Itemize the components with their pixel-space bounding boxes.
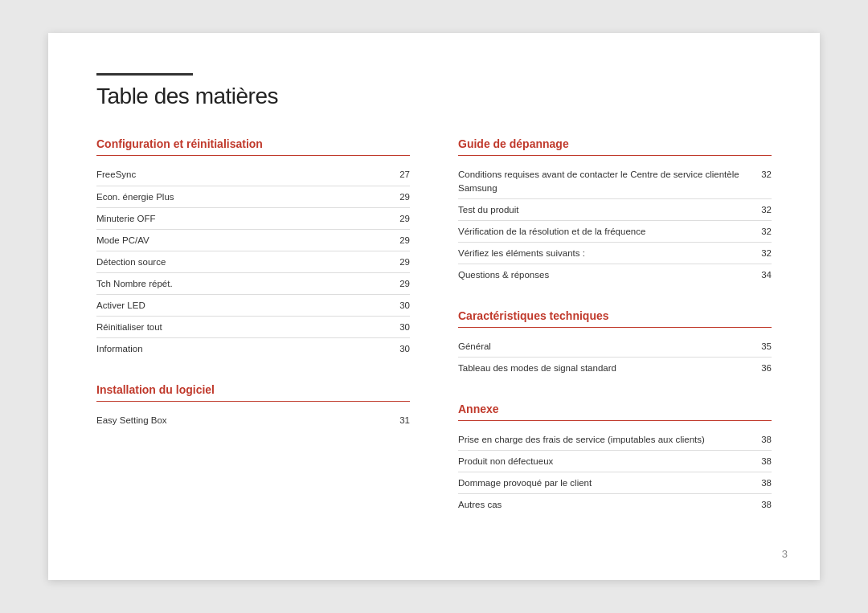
- title-container: Table des matières: [96, 73, 772, 109]
- section-title-depannage: Guide de dépannage: [458, 137, 772, 156]
- section-techniques: Caractéristiques techniquesGénéral35Tabl…: [458, 309, 772, 378]
- toc-item-page: 27: [350, 164, 411, 186]
- toc-item-label: Questions & réponses: [458, 264, 753, 285]
- toc-item-page: 29: [350, 251, 411, 272]
- column-left: Configuration et réinitialisationFreeSyn…: [96, 137, 410, 539]
- toc-item-label: Mode PC/AV: [96, 229, 350, 251]
- toc-item-page: 38: [750, 494, 772, 516]
- toc-item-page: 29: [350, 186, 411, 207]
- title-bar: [96, 73, 193, 76]
- table-row: Tch Nombre répét.29: [96, 272, 410, 294]
- toc-item-page: 29: [350, 229, 411, 251]
- toc-item-label: Minuterie OFF: [96, 207, 350, 229]
- toc-item-label: Vérifiez les éléments suivants :: [458, 242, 753, 264]
- table-row: Prise en charge des frais de service (im…: [458, 429, 772, 451]
- table-row: Mode PC/AV29: [96, 229, 410, 251]
- section-annexe: AnnexePrise en charge des frais de servi…: [458, 403, 772, 515]
- table-row: Autres cas38: [458, 494, 772, 516]
- toc-item-page: 30: [350, 338, 411, 360]
- toc-item-label: Activer LED: [96, 295, 350, 317]
- toc-item-label: Tableau des modes de signal standard: [458, 358, 739, 379]
- section-title-annexe: Annexe: [458, 403, 772, 421]
- toc-item-label: Information: [96, 338, 350, 360]
- table-row: Produit non défectueux38: [458, 451, 772, 472]
- table-row: Dommage provoqué par le client38: [458, 472, 772, 494]
- toc-table-logiciel: Easy Setting Box31: [96, 410, 410, 431]
- table-row: Easy Setting Box31: [96, 410, 410, 431]
- table-row: Activer LED30: [96, 295, 410, 317]
- page-number: 3: [782, 548, 788, 560]
- toc-item-page: 38: [750, 472, 772, 494]
- table-row: Information30: [96, 338, 410, 360]
- toc-item-page: 38: [750, 429, 772, 451]
- table-row: Détection source29: [96, 251, 410, 272]
- section-config: Configuration et réinitialisationFreeSyn…: [96, 137, 410, 359]
- toc-item-page: 30: [350, 295, 411, 317]
- toc-item-label: Tch Nombre répét.: [96, 272, 350, 294]
- toc-item-label: Prise en charge des frais de service (im…: [458, 429, 750, 451]
- toc-item-page: 34: [753, 264, 772, 285]
- toc-item-page: 35: [739, 336, 772, 358]
- table-row: Tableau des modes de signal standard36: [458, 358, 772, 379]
- toc-item-label: Réinitialiser tout: [96, 317, 350, 338]
- toc-item-label: Général: [458, 336, 739, 358]
- table-row: Questions & réponses34: [458, 264, 772, 285]
- toc-item-page: 36: [739, 358, 772, 379]
- toc-item-label: Vérification de la résolution et de la f…: [458, 220, 753, 242]
- toc-table-techniques: Général35Tableau des modes de signal sta…: [458, 336, 772, 378]
- section-logiciel: Installation du logicielEasy Setting Box…: [96, 383, 410, 431]
- table-row: Général35: [458, 336, 772, 358]
- section-title-techniques: Caractéristiques techniques: [458, 309, 772, 328]
- table-row: Test du produit32: [458, 198, 772, 220]
- toc-table-depannage: Conditions requises avant de contacter l…: [458, 164, 772, 285]
- toc-item-page: 32: [753, 198, 772, 220]
- toc-item-label: Produit non défectueux: [458, 451, 750, 472]
- content-layout: Configuration et réinitialisationFreeSyn…: [96, 137, 772, 539]
- table-row: Vérifiez les éléments suivants :32: [458, 242, 772, 264]
- toc-item-label: Econ. énergie Plus: [96, 186, 350, 207]
- table-row: Conditions requises avant de contacter l…: [458, 164, 772, 198]
- column-right: Guide de dépannageConditions requises av…: [458, 137, 772, 539]
- section-depannage: Guide de dépannageConditions requises av…: [458, 137, 772, 285]
- toc-item-label: Easy Setting Box: [96, 410, 345, 431]
- toc-item-label: Test du produit: [458, 198, 753, 220]
- toc-item-page: 32: [753, 242, 772, 264]
- page-title: Table des matières: [96, 84, 772, 109]
- toc-item-page: 32: [753, 220, 772, 242]
- toc-item-label: Dommage provoqué par le client: [458, 472, 750, 494]
- toc-item-page: 30: [350, 317, 411, 338]
- toc-item-page: 31: [345, 410, 410, 431]
- section-title-logiciel: Installation du logiciel: [96, 383, 410, 402]
- toc-item-label: Conditions requises avant de contacter l…: [458, 164, 753, 198]
- toc-table-config: FreeSync27Econ. énergie Plus29Minuterie …: [96, 164, 410, 359]
- table-row: FreeSync27: [96, 164, 410, 186]
- section-title-config: Configuration et réinitialisation: [96, 137, 410, 156]
- toc-item-label: Détection source: [96, 251, 350, 272]
- table-row: Minuterie OFF29: [96, 207, 410, 229]
- toc-item-page: 38: [750, 451, 772, 472]
- toc-item-label: FreeSync: [96, 164, 350, 186]
- document-page: Table des matières Configuration et réin…: [48, 33, 820, 579]
- toc-item-label: Autres cas: [458, 494, 750, 516]
- table-row: Vérification de la résolution et de la f…: [458, 220, 772, 242]
- toc-item-page: 32: [753, 164, 772, 198]
- toc-table-annexe: Prise en charge des frais de service (im…: [458, 429, 772, 515]
- toc-item-page: 29: [350, 207, 411, 229]
- table-row: Econ. énergie Plus29: [96, 186, 410, 207]
- toc-item-page: 29: [350, 272, 411, 294]
- table-row: Réinitialiser tout30: [96, 317, 410, 338]
